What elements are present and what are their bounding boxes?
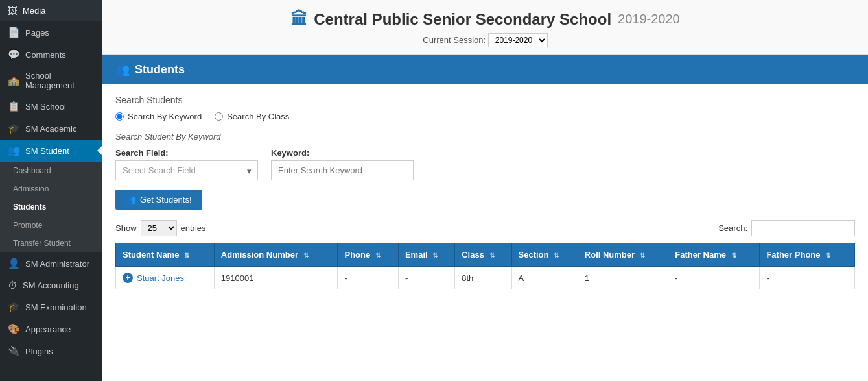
- student-name-link[interactable]: + Stuart Jones: [123, 273, 207, 283]
- sidebar-item-dashboard[interactable]: Dashboard: [0, 162, 102, 180]
- sort-father-phone-icon: ⇅: [825, 252, 830, 259]
- search-field-group: Search Field: Select Search Field: [115, 148, 258, 180]
- cell-email: -: [398, 267, 454, 289]
- students-section-icon: 👥: [115, 62, 130, 77]
- sidebar-item-label: School Management: [25, 71, 95, 90]
- sidebar-item-pages[interactable]: 📄 Pages: [0, 21, 102, 43]
- sm-administrator-icon: 👤: [8, 258, 20, 269]
- sidebar-item-sm-accounting[interactable]: ⏱ SM Accounting: [0, 275, 102, 296]
- sm-student-icon: 👥: [8, 145, 20, 156]
- sidebar-item-students[interactable]: Students: [0, 198, 102, 216]
- sm-examination-icon: 🎓: [8, 301, 20, 313]
- sidebar-item-label: Comments: [25, 50, 66, 60]
- sort-father-name-icon: ⇅: [731, 252, 736, 259]
- transfer-label: Transfer Student: [13, 239, 71, 248]
- session-label: Current Session:: [423, 35, 486, 45]
- session-select[interactable]: 2019-2020: [488, 33, 548, 47]
- plugins-icon: 🔌: [8, 345, 20, 357]
- promote-label: Promote: [13, 221, 42, 230]
- col-phone[interactable]: Phone ⇅: [338, 243, 398, 267]
- student-name-text: Stuart Jones: [137, 273, 184, 283]
- page-header: 🏛 Central Public Senior Secondary School…: [102, 0, 868, 55]
- col-father-phone[interactable]: Father Phone ⇅: [760, 243, 855, 267]
- sm-accounting-icon: ⏱: [8, 280, 18, 291]
- school-title-bar: 🏛 Central Public Senior Secondary School…: [115, 9, 855, 29]
- sidebar-item-appearance[interactable]: 🎨 Appearance: [0, 318, 102, 340]
- students-table: Student Name ⇅ Admission Number ⇅ Phone …: [115, 243, 855, 289]
- sidebar: 🖼 Media 📄 Pages 💬 Comments 🏫 School Mana…: [0, 0, 102, 381]
- sm-academic-icon: 🎓: [8, 123, 20, 134]
- sidebar-item-plugins[interactable]: 🔌 Plugins: [0, 340, 102, 362]
- school-year: 2019-2020: [618, 12, 680, 27]
- keyword-label: Keyword:: [271, 148, 414, 158]
- col-student-name[interactable]: Student Name ⇅: [116, 243, 215, 267]
- cell-class: 8th: [455, 267, 511, 289]
- sidebar-item-label: Media: [23, 6, 45, 16]
- col-admission-number[interactable]: Admission Number ⇅: [214, 243, 338, 267]
- sort-section-icon: ⇅: [554, 252, 559, 259]
- keyword-input[interactable]: [271, 160, 414, 180]
- table-search-input[interactable]: [751, 220, 855, 236]
- sidebar-item-label: SM Student: [25, 146, 69, 156]
- sidebar-item-sm-student[interactable]: 👥 SM Student: [0, 140, 102, 162]
- sidebar-item-label: SM Academic: [25, 124, 76, 134]
- radio-keyword-label[interactable]: Search By Keyword: [115, 112, 202, 121]
- search-field-select[interactable]: Select Search Field: [115, 160, 258, 180]
- sort-student-name-icon: ⇅: [184, 252, 189, 259]
- sidebar-item-promote[interactable]: Promote: [0, 216, 102, 234]
- expand-student-icon[interactable]: +: [123, 273, 133, 283]
- col-father-name[interactable]: Father Name ⇅: [668, 243, 760, 267]
- sidebar-item-sm-administrator[interactable]: 👤 SM Administrator: [0, 252, 102, 275]
- cell-section: A: [511, 267, 578, 289]
- sidebar-item-sm-school[interactable]: 📋 SM School: [0, 95, 102, 117]
- search-type-radio-group: Search By Keyword Search By Class: [115, 112, 855, 121]
- media-icon: 🖼: [8, 5, 18, 16]
- comments-icon: 💬: [8, 49, 20, 60]
- sidebar-item-school-management[interactable]: 🏫 School Management: [0, 66, 102, 95]
- col-class[interactable]: Class ⇅: [455, 243, 511, 267]
- sidebar-item-comments[interactable]: 💬 Comments: [0, 43, 102, 66]
- students-section-title: Students: [135, 63, 185, 77]
- sidebar-item-transfer-student[interactable]: Transfer Student: [0, 234, 102, 252]
- sort-phone-icon: ⇅: [375, 252, 381, 259]
- cell-father-phone: -: [760, 267, 855, 289]
- search-fields-row: Search Field: Select Search Field Keywor…: [115, 148, 855, 180]
- show-entries-group: Show 25 10 50 100 entries: [115, 220, 206, 236]
- school-building-icon: 🏛: [290, 9, 307, 29]
- sidebar-item-label: Pages: [25, 28, 49, 38]
- entries-label: entries: [181, 223, 206, 233]
- sidebar-item-label: Appearance: [25, 325, 71, 334]
- radio-keyword-text: Search By Keyword: [128, 112, 202, 121]
- col-email[interactable]: Email ⇅: [398, 243, 454, 267]
- students-label: Students: [13, 203, 46, 212]
- sort-roll-icon: ⇅: [640, 252, 645, 259]
- entries-per-page-select[interactable]: 25 10 50 100: [141, 220, 177, 236]
- radio-class[interactable]: [215, 112, 223, 121]
- cell-roll-number: 1: [578, 267, 668, 289]
- keyword-field-group: Keyword:: [271, 148, 414, 180]
- table-controls: Show 25 10 50 100 entries Search:: [115, 220, 855, 236]
- radio-keyword[interactable]: [115, 112, 124, 121]
- sidebar-item-sm-academic[interactable]: 🎓 SM Academic: [0, 117, 102, 140]
- col-section[interactable]: Section ⇅: [511, 243, 578, 267]
- table-header-row: Student Name ⇅ Admission Number ⇅ Phone …: [116, 243, 855, 267]
- main-content: 🏛 Central Public Senior Secondary School…: [102, 0, 868, 381]
- sidebar-item-label: SM Examination: [25, 302, 87, 312]
- get-students-button[interactable]: 👥 Get Students!: [115, 190, 202, 210]
- cell-student-name: + Stuart Jones: [116, 267, 215, 289]
- admission-label: Admission: [13, 184, 49, 193]
- table-search-label: Search:: [718, 223, 747, 233]
- sidebar-item-sm-examination[interactable]: 🎓 SM Examination: [0, 296, 102, 318]
- sort-class-icon: ⇅: [489, 252, 495, 259]
- sidebar-item-label: Plugins: [25, 347, 53, 356]
- col-roll-number[interactable]: Roll Number ⇅: [578, 243, 668, 267]
- search-field-label: Search Field:: [115, 148, 258, 158]
- sidebar-item-admission[interactable]: Admission: [0, 180, 102, 198]
- radio-class-label[interactable]: Search By Class: [215, 112, 289, 121]
- sidebar-item-media[interactable]: 🖼 Media: [0, 0, 102, 21]
- radio-class-text: Search By Class: [227, 112, 289, 121]
- search-field-select-wrapper: Select Search Field: [115, 160, 258, 180]
- get-students-icon: 👥: [126, 195, 136, 204]
- search-by-keyword-section-title: Search Student By Keyword: [115, 132, 855, 141]
- appearance-icon: 🎨: [8, 323, 20, 335]
